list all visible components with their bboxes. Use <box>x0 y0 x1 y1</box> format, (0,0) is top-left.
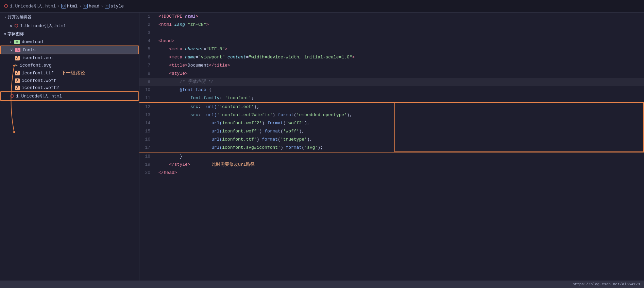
status-bar: https://blog.csdn.net/al654123 <box>0 281 644 288</box>
html-crumb-icon: ⬡ <box>61 4 66 8</box>
line-content: <html lang="zh-CN"> <box>156 21 644 29</box>
line-content: <meta charset="UTF-8"> <box>156 45 644 53</box>
sidebar-item-iconfont-svg[interactable]: ✳ iconfont.svg <box>0 61 139 69</box>
line-number: 9 <box>139 78 156 86</box>
sidebar-item-iconfont-woff2[interactable]: A iconfont.woff2 <box>0 84 139 91</box>
code-line: 18 } <box>139 152 644 161</box>
code-line: 20</head> <box>139 169 644 177</box>
editor-area[interactable]: 1<!DOCTYPE html>2<html lang="zh-CN">34<h… <box>139 13 644 281</box>
code-line: 3 <box>139 29 644 37</box>
line-content: <style> <box>156 70 644 78</box>
line-content: } <box>156 152 644 161</box>
code-line: 19 </style> 此时需要修改url路径 <box>139 161 644 169</box>
line-content: @font-face { <box>156 86 644 94</box>
file-name: iconfont.svg <box>20 63 52 68</box>
breadcrumb-html-label: html <box>67 4 78 9</box>
chevron-down-icon: ∨ <box>10 47 13 53</box>
code-line: 15 url(iconfont.woff') format('woff'), <box>139 127 644 136</box>
line-content: <!DOCTYPE html> <box>156 13 644 21</box>
file-name: iconfont.woff <box>22 78 56 83</box>
file-a-icon: A <box>15 86 20 90</box>
breadcrumb-style-label: style <box>111 4 124 9</box>
html-file-icon: ⬡ <box>4 3 8 9</box>
head-crumb-icon: ⬡ <box>83 4 88 8</box>
open-editors-header: › 打开的编辑器 <box>0 13 139 22</box>
line-number: 10 <box>139 86 156 94</box>
line-content: src: url('iconfont.eot?#iefix') format('… <box>156 111 644 119</box>
line-content: url(iconfont.ttf') format('truetype'), <box>156 136 644 144</box>
open-file-item[interactable]: ✕ ⬡ 1.Unicode引入.html <box>0 22 139 30</box>
line-number: 8 <box>139 70 156 78</box>
sidebar-item-html-file[interactable]: ⬡ 1.Unicode引入.html <box>0 91 139 101</box>
code-line: 1<!DOCTYPE html> <box>139 13 644 21</box>
sidebar-item-iconfont-ttf[interactable]: A iconfont.ttf 下一级路径 <box>0 69 139 77</box>
line-number: 11 <box>139 94 156 102</box>
breadcrumb: ⬡ 1.Unicode引入.html › ⬡ html › ⬡ head › ⬡… <box>4 3 124 9</box>
file-name-html: 1.Unicode引入.html <box>16 93 62 99</box>
root-section-header[interactable]: ∨ 字体图标 <box>0 30 139 38</box>
sidebar: › 打开的编辑器 ✕ ⬡ 1.Unicode引入.html ∨ 字体图标 › ▤… <box>0 13 139 281</box>
code-line: 4<head> <box>139 37 644 45</box>
breadcrumb-sep1: › <box>57 4 60 9</box>
code-line: 14 url(iconfont.woff2') format('woff2'), <box>139 119 644 127</box>
line-number: 12 <box>139 103 156 111</box>
file-name: iconfont.ttf <box>22 71 54 76</box>
breadcrumb-head[interactable]: ⬡ head <box>83 4 99 9</box>
line-number: 3 <box>139 29 156 37</box>
code-line: 5 <meta charset="UTF-8"> <box>139 45 644 53</box>
breadcrumb-filename[interactable]: 1.Unicode引入.html <box>10 3 56 9</box>
code-line: 6 <meta name="viewport" content="width=d… <box>139 53 644 61</box>
editor-content: 1<!DOCTYPE html>2<html lang="zh-CN">34<h… <box>139 13 644 281</box>
code-line: 11 font-family: 'iconfont'; <box>139 94 644 102</box>
file-a-icon: A <box>15 56 20 60</box>
line-content: url(iconfont.woff2') format('woff2'), <box>156 119 644 127</box>
code-line: 9 /* 字体声明 */ <box>139 78 644 86</box>
line-number: 6 <box>139 53 156 61</box>
line-number: 18 <box>139 152 156 161</box>
sidebar-item-download[interactable]: › ▤ download <box>0 38 139 46</box>
line-number: 16 <box>139 136 156 144</box>
folder-icon: ▤ <box>14 40 20 44</box>
file-name: iconfont.woff2 <box>22 85 59 90</box>
file-a-icon: A <box>15 78 20 83</box>
sidebar-item-iconfont-eot[interactable]: A iconfont.eot <box>0 54 139 61</box>
line-content: font-family: 'iconfont'; <box>156 94 644 102</box>
code-line: 12 src: url('iconfont.eot'); <box>139 102 644 111</box>
code-line: 13 src: url('iconfont.eot?#iefix') forma… <box>139 111 644 119</box>
line-number: 20 <box>139 169 156 177</box>
file-name: iconfont.eot <box>22 55 54 60</box>
code-line: 17 url(iconfont.svg#iconfont') format('s… <box>139 144 644 152</box>
breadcrumb-style[interactable]: ⬡ style <box>105 4 124 9</box>
close-icon[interactable]: ✕ <box>10 23 12 29</box>
open-file-name: 1.Unicode引入.html <box>20 23 66 29</box>
line-content: src: url('iconfont.eot'); <box>156 103 644 111</box>
line-number: 7 <box>139 61 156 70</box>
line-content: url(iconfont.svg#iconfont') format('svg'… <box>156 144 644 152</box>
code-line: 8 <style> <box>139 70 644 78</box>
sidebar-item-iconfont-woff[interactable]: A iconfont.woff <box>0 77 139 84</box>
folder-name: download <box>22 39 43 44</box>
code-line: 16 url(iconfont.ttf') format('truetype')… <box>139 136 644 144</box>
code-line: 7 <title>Document</title> <box>139 61 644 70</box>
open-editors-label: 打开的编辑器 <box>8 15 31 20</box>
line-content: </head> <box>156 169 644 177</box>
chevron-right-icon: › <box>4 15 6 19</box>
root-label: 字体图标 <box>7 31 24 37</box>
breadcrumb-sep3: › <box>101 4 103 9</box>
code-line: 10 @font-face { <box>139 86 644 94</box>
line-number: 4 <box>139 37 156 45</box>
line-content: <title>Document</title> <box>156 61 644 70</box>
main-layout: › 打开的编辑器 ✕ ⬡ 1.Unicode引入.html ∨ 字体图标 › ▤… <box>0 13 644 281</box>
breadcrumb-html[interactable]: ⬡ html <box>61 4 78 9</box>
html-icon: ⬡ <box>14 23 18 29</box>
sidebar-item-fonts[interactable]: ∨ A fonts <box>0 46 139 54</box>
line-number: 15 <box>139 127 156 136</box>
file-a-icon: A <box>15 71 20 75</box>
csdn-url: https://blog.csdn.net/al654123 <box>573 282 640 286</box>
code-line: 2<html lang="zh-CN"> <box>139 21 644 29</box>
line-number: 1 <box>139 13 156 21</box>
breadcrumb-sep2: › <box>79 4 82 9</box>
line-content: </style> 此时需要修改url路径 <box>156 161 644 169</box>
file-svg-icon: ✳ <box>15 62 18 68</box>
html-file-icon: ⬡ <box>10 93 14 99</box>
